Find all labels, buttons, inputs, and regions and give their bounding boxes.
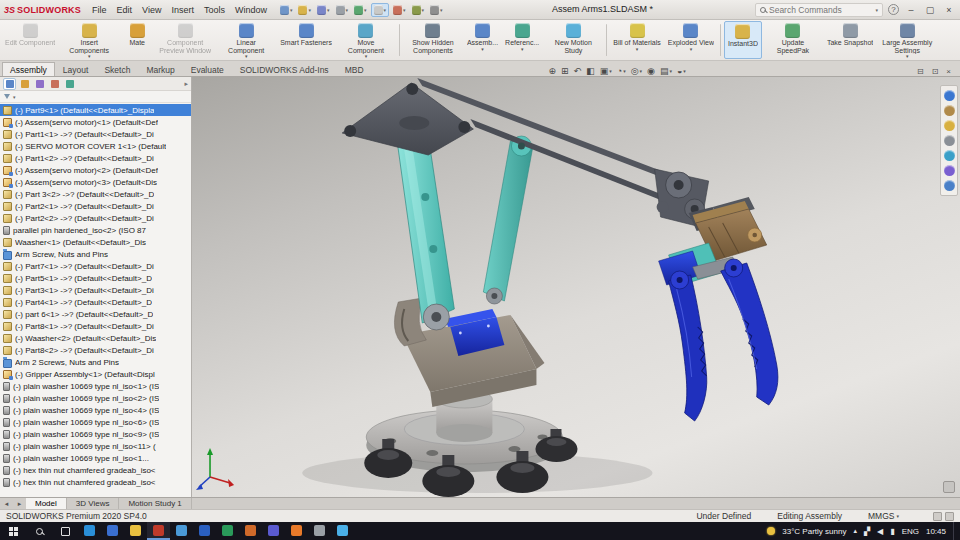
new-motion-study-button[interactable]: New Motion Study ▾ [543,21,603,59]
featuremanager-tab[interactable] [3,78,16,90]
taskbar-app-icon[interactable] [331,522,354,540]
component-preview-window-button[interactable]: Component Preview Window ▾ [155,21,215,59]
close-button[interactable]: × [942,5,956,15]
hide-show-items-icon[interactable]: ◎ ▾ [629,66,644,76]
menu-item[interactable]: Edit [112,3,138,17]
ribbon-tab[interactable]: SOLIDWORKS Add-Ins [232,62,337,76]
panel-expand-icon[interactable]: ▸ [184,80,188,88]
tree-item[interactable]: (-) plain washer 10669 type nl_iso<9> (I… [0,428,191,440]
ribbon-tab[interactable]: Assembly [2,62,55,76]
menu-item[interactable]: Tools [199,3,230,17]
taskbar-app-icon[interactable] [147,522,170,540]
taskbar-app-icon[interactable] [193,522,216,540]
tree-item[interactable]: (-) Part8<1> ->? (Default<<Default>_Di [0,320,191,332]
edit-component-button[interactable]: Edit Component ▾ [2,21,58,59]
taskbar-app-icon[interactable] [285,522,308,540]
taskbar-app-icon[interactable] [262,522,285,540]
zoom-to-area-icon[interactable]: ⊞ ▾ [559,66,571,76]
instant3d-button[interactable]: Instant3D ▾ [724,21,762,59]
units-selector[interactable]: MMGS ▾ [868,511,899,521]
tree-item[interactable]: (-) plain washer 10669 type nl_iso<6> (I… [0,416,191,428]
appearances-icon[interactable] [944,150,955,161]
tree-item[interactable]: (-) SERVO MOTOR COVER 1<1> (Default [0,140,191,152]
status-tab-icon[interactable] [945,512,954,521]
doc-minimize-button[interactable]: ⊟ [914,67,927,76]
viewport-corner-icon[interactable] [943,481,955,493]
clock[interactable]: 10:45 [926,527,946,536]
tree-item[interactable]: (-) Part2<2> ->? (Default<<Default>_Di [0,212,191,224]
tree-item[interactable]: (-) Part1<1> ->? (Default<<Default>_Di [0,128,191,140]
mate-button[interactable]: Mate ▾ [120,21,154,59]
tree-item[interactable]: Arm 2 Screws, Nuts and Pins [0,356,191,368]
move-component-button[interactable]: Move Component ▾ [336,21,396,59]
zoom-to-fit-icon[interactable]: ⊕ ▾ [547,66,559,76]
taskbar-app-icon[interactable] [124,522,147,540]
print-button[interactable]: ▾ [334,4,351,16]
tree-item[interactable]: Arm Screw, Nuts and Pins [0,248,191,260]
configurationmanager-tab[interactable] [33,78,46,90]
tree-item[interactable]: (-) Part4<1> ->? (Default<<Default>_D [0,296,191,308]
ribbon-tab[interactable]: MBD [337,62,372,76]
help-button[interactable]: ? [888,4,899,15]
assembly-3d-view[interactable] [192,77,960,497]
large-assembly-settings-button[interactable]: Large Assembly Settings ▾ [877,21,937,59]
ribbon-tab[interactable]: Evaluate [183,62,232,76]
new-file-button[interactable]: ▾ [278,4,295,16]
propertymanager-tab[interactable] [18,78,31,90]
file-explorer-pane-icon[interactable] [944,120,955,131]
battery-icon[interactable]: ▮ [890,527,894,536]
taskbar-app-icon[interactable] [216,522,239,540]
doc-restore-button[interactable]: ⊡ [929,67,942,76]
view-palette-icon[interactable] [944,135,955,146]
taskbar-app-icon[interactable] [170,522,193,540]
file-properties-button[interactable]: ▾ [410,4,427,16]
take-snapshot-button[interactable]: Take Snapshot ▾ [824,21,876,59]
taskbar-app-icon[interactable] [308,522,331,540]
chevron-down-icon[interactable]: ▾ [13,94,16,100]
assembly-features-button[interactable]: Assemb... ▾ [464,21,501,59]
taskbar-app-icon[interactable] [78,522,101,540]
model-tab[interactable]: Motion Study 1 [119,498,191,509]
ribbon-tab[interactable]: Markup [138,62,182,76]
tree-item[interactable]: (-) hex thin nut chamfered gradeab_iso< [0,476,191,488]
open-file-button[interactable]: ▾ [296,4,313,16]
section-view-icon[interactable]: ◧ ▾ [584,66,597,76]
design-library-icon[interactable] [944,105,955,116]
taskbar-app-icon[interactable] [239,522,262,540]
menu-item[interactable]: Window [230,3,272,17]
filter-icon[interactable] [4,94,10,99]
taskbar-search-button[interactable] [26,522,52,540]
display-style-icon[interactable]: ◔ ▾ [615,66,628,76]
solidworks-resources-icon[interactable] [944,90,955,101]
linear-component-pattern-button[interactable]: Linear Component Pattern ▾ [216,21,276,59]
view-settings-icon[interactable]: ◒ ▾ [675,66,688,76]
smart-fasteners-button[interactable]: Smart Fasteners ▾ [277,21,335,59]
forum-icon[interactable] [944,180,955,191]
tree-item[interactable]: (-) plain washer 10669 type nl_iso<4> (I… [0,404,191,416]
menu-item[interactable]: View [137,3,166,17]
volume-icon[interactable]: ◀ [877,527,883,536]
tree-item[interactable]: (-) Part3<1> ->? (Default<<Default>_Di [0,284,191,296]
options-button[interactable]: ▾ [428,4,445,16]
separator[interactable]: ▾ [399,24,400,56]
tray-chevron-up-icon[interactable]: ▴ [853,527,857,535]
rebuild-button[interactable]: ▾ [391,4,408,16]
tree-item[interactable]: (-) Waasher<2> (Default<<Default>_Dis [0,332,191,344]
tab-scroll-right-icon[interactable]: ▸ [13,498,26,509]
update-speedpak-button[interactable]: Update SpeedPak Subassemblies ▾ [763,21,823,59]
tab-scroll-left-icon[interactable]: ◂ [0,498,13,509]
ribbon-tab[interactable]: Sketch [96,62,138,76]
tree-item[interactable]: (-) Gripper Assembly<1> (Default<Displ [0,368,191,380]
search-input[interactable]: Search Commands ▾ [755,3,883,17]
tree-item[interactable]: (-) part 6<1> ->? (Default<<Default>_D [0,308,191,320]
dimxpertmanager-tab[interactable] [48,78,61,90]
exploded-view-button[interactable]: Exploded View ▾ [665,21,717,59]
tree-item[interactable]: (-) Part9<1> (Default<<Default>_Displa [0,104,191,116]
tree-item[interactable]: (-) Assem(servo motor)<1> (Default<Def [0,116,191,128]
tree-item[interactable]: (-) Part7<1> ->? (Default<<Default>_Di [0,260,191,272]
menu-item[interactable]: Insert [166,3,199,17]
status-tab-icon[interactable] [933,512,942,521]
tree-item[interactable]: (-) Part 3<2> ->? (Default<<Default>_D [0,188,191,200]
start-button[interactable] [0,522,26,540]
insert-components-button[interactable]: Insert Components ▾ [59,21,119,59]
